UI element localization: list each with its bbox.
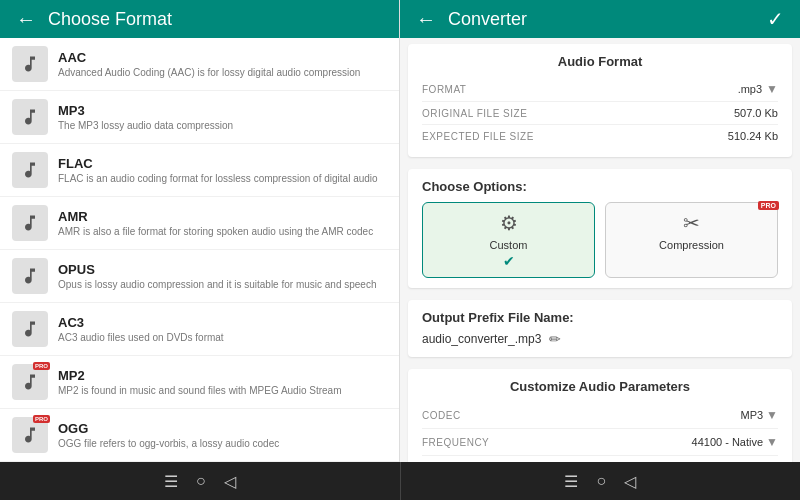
option-label: Custom xyxy=(490,239,528,251)
format-info: OPUSOpus is lossy audio compression and … xyxy=(58,262,387,291)
audio-format-row: EXPECTED FILE SIZE 510.24 Kb xyxy=(422,125,778,147)
format-item[interactable]: FLACFLAC is an audio coding format for l… xyxy=(0,144,399,197)
left-header: ← Choose Format xyxy=(0,0,399,38)
param-value[interactable]: MP3 ▼ xyxy=(740,408,778,422)
customize-params-title: Customize Audio Parameters xyxy=(422,379,778,394)
format-item[interactable]: OPUSOpus is lossy audio compression and … xyxy=(0,250,399,303)
output-prefix-card: Output Prefix File Name: audio_converter… xyxy=(408,300,792,357)
right-back-icon[interactable]: ← xyxy=(416,8,436,31)
format-item[interactable]: AACAdvanced Audio Coding (AAC) is for lo… xyxy=(0,38,399,91)
active-check: ✔ xyxy=(503,253,515,269)
dropdown-arrow: ▼ xyxy=(766,82,778,96)
option-label: Compression xyxy=(659,239,724,251)
home-icon-left[interactable]: ○ xyxy=(196,472,206,490)
audio-format-row: ORIGINAL FILE SIZE 507.0 Kb xyxy=(422,102,778,125)
home-icon-right[interactable]: ○ xyxy=(596,472,606,490)
format-info: OGGOGG file refers to ogg-vorbis, a loss… xyxy=(58,421,387,450)
customize-params-card: Customize Audio Parameters CODEC MP3 ▼ F… xyxy=(408,369,792,462)
format-info: AC3AC3 audio files used on DVDs format xyxy=(58,315,387,344)
pro-badge: PRO xyxy=(758,201,779,210)
format-icon xyxy=(12,99,48,135)
confirm-icon[interactable]: ✓ xyxy=(767,7,784,31)
info-value: 510.24 Kb xyxy=(728,130,778,142)
menu-icon-right[interactable]: ☰ xyxy=(564,472,578,491)
format-icon: PRO xyxy=(12,417,48,453)
right-header: ← Converter ✓ xyxy=(400,0,800,38)
format-name: AC3 xyxy=(58,315,387,330)
output-prefix-title: Output Prefix File Name: xyxy=(422,310,778,325)
edit-icon[interactable]: ✏ xyxy=(549,331,561,347)
prefix-text: audio_converter_.mp3 xyxy=(422,332,541,346)
format-desc: Advanced Audio Coding (AAC) is for lossy… xyxy=(58,66,387,79)
format-item[interactable]: AMRAMR is also a file format for storing… xyxy=(0,197,399,250)
format-desc: The MP3 lossy audio data compression xyxy=(58,119,387,132)
format-item[interactable]: PROMP2MP2 is found in music and sound fi… xyxy=(0,356,399,409)
bottom-nav-right: ☰ ○ ◁ xyxy=(401,462,801,500)
format-icon xyxy=(12,46,48,82)
format-icon xyxy=(12,152,48,188)
option-button[interactable]: ⚙ Custom ✔ xyxy=(422,202,595,278)
format-list: AACAdvanced Audio Coding (AAC) is for lo… xyxy=(0,38,399,462)
format-name: OPUS xyxy=(58,262,387,277)
dropdown-arrow: ▼ xyxy=(766,435,778,449)
format-name: MP2 xyxy=(58,368,387,383)
format-item[interactable]: PROOGGOGG file refers to ogg-vorbis, a l… xyxy=(0,409,399,462)
format-info: FLACFLAC is an audio coding format for l… xyxy=(58,156,387,185)
info-value[interactable]: .mp3 ▼ xyxy=(738,82,778,96)
right-panel: ← Converter ✓ Audio Format FORMAT .mp3 ▼… xyxy=(400,0,800,462)
choose-options-title: Choose Options: xyxy=(422,179,778,194)
back-icon-left[interactable]: ◁ xyxy=(224,472,236,491)
option-icon: ⚙ xyxy=(500,211,518,235)
param-rows: CODEC MP3 ▼ FREQUENCY 44100 - Native ▼ C… xyxy=(422,402,778,462)
format-item[interactable]: AC3AC3 audio files used on DVDs format xyxy=(0,303,399,356)
format-info: MP3The MP3 lossy audio data compression xyxy=(58,103,387,132)
options-row: ⚙ Custom ✔ PRO ✂ Compression xyxy=(422,202,778,278)
audio-format-rows: FORMAT .mp3 ▼ ORIGINAL FILE SIZE 507.0 K… xyxy=(422,77,778,147)
param-row: FREQUENCY 44100 - Native ▼ xyxy=(422,429,778,456)
info-label: ORIGINAL FILE SIZE xyxy=(422,108,527,119)
format-desc: OGG file refers to ogg-vorbis, a lossy a… xyxy=(58,437,387,450)
param-row: CODEC MP3 ▼ xyxy=(422,402,778,429)
format-desc: MP2 is found in music and sound files wi… xyxy=(58,384,387,397)
format-icon xyxy=(12,258,48,294)
format-desc: AMR is also a file format for storing sp… xyxy=(58,225,387,238)
format-name: FLAC xyxy=(58,156,387,171)
audio-format-card: Audio Format FORMAT .mp3 ▼ ORIGINAL FILE… xyxy=(408,44,792,157)
format-icon: PRO xyxy=(12,364,48,400)
bottom-nav-left: ☰ ○ ◁ xyxy=(0,462,400,500)
format-desc: Opus is lossy audio compression and it i… xyxy=(58,278,387,291)
format-desc: AC3 audio files used on DVDs format xyxy=(58,331,387,344)
menu-icon-left[interactable]: ☰ xyxy=(164,472,178,491)
choose-options-card: Choose Options: ⚙ Custom ✔ PRO ✂ Compres… xyxy=(408,169,792,288)
format-item[interactable]: MP3The MP3 lossy audio data compression xyxy=(0,91,399,144)
format-info: MP2MP2 is found in music and sound files… xyxy=(58,368,387,397)
info-label: EXPECTED FILE SIZE xyxy=(422,131,534,142)
left-panel-title: Choose Format xyxy=(48,9,172,30)
format-icon xyxy=(12,205,48,241)
left-back-icon[interactable]: ← xyxy=(16,8,36,31)
bottom-nav: ☰ ○ ◁ ☰ ○ ◁ xyxy=(0,462,800,500)
audio-format-row: FORMAT .mp3 ▼ xyxy=(422,77,778,102)
format-info: AMRAMR is also a file format for storing… xyxy=(58,209,387,238)
format-desc: FLAC is an audio coding format for lossl… xyxy=(58,172,387,185)
format-info: AACAdvanced Audio Coding (AAC) is for lo… xyxy=(58,50,387,79)
format-name: MP3 xyxy=(58,103,387,118)
left-panel: ← Choose Format AACAdvanced Audio Coding… xyxy=(0,0,400,462)
format-name: OGG xyxy=(58,421,387,436)
audio-format-title: Audio Format xyxy=(422,54,778,69)
dropdown-arrow: ▼ xyxy=(766,408,778,422)
format-icon xyxy=(12,311,48,347)
format-name: AAC xyxy=(58,50,387,65)
param-value[interactable]: 44100 - Native ▼ xyxy=(692,435,778,449)
back-icon-right[interactable]: ◁ xyxy=(624,472,636,491)
right-panel-title: Converter xyxy=(448,9,767,30)
format-name: AMR xyxy=(58,209,387,224)
info-value: 507.0 Kb xyxy=(734,107,778,119)
param-label: CODEC xyxy=(422,410,461,421)
param-label: FREQUENCY xyxy=(422,437,489,448)
option-icon: ✂ xyxy=(683,211,700,235)
info-label: FORMAT xyxy=(422,84,466,95)
prefix-value-row: audio_converter_.mp3 ✏ xyxy=(422,331,778,347)
option-button[interactable]: PRO ✂ Compression xyxy=(605,202,778,278)
